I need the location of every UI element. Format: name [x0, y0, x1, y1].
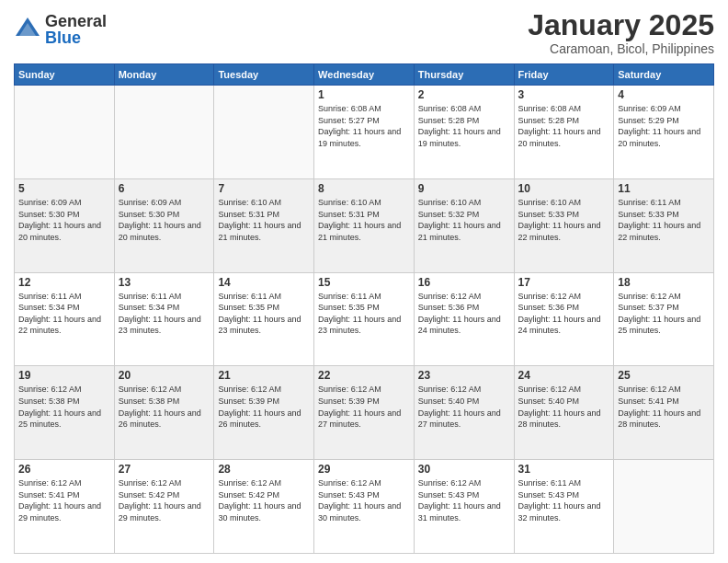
day-info: Sunrise: 6:12 AMSunset: 5:42 PMDaylight:… — [218, 477, 310, 523]
day-number: 2 — [418, 88, 510, 101]
day-info: Sunrise: 6:12 AMSunset: 5:42 PMDaylight:… — [119, 477, 210, 523]
calendar-cell: 31Sunrise: 6:11 AMSunset: 5:43 PMDayligh… — [514, 460, 614, 554]
day-number: 25 — [618, 369, 710, 382]
day-number: 12 — [18, 276, 110, 289]
day-info: Sunrise: 6:11 AMSunset: 5:33 PMDaylight:… — [618, 197, 710, 243]
calendar-header-thursday: Thursday — [414, 64, 514, 86]
calendar-week-row: 5Sunrise: 6:09 AMSunset: 5:30 PMDaylight… — [15, 178, 714, 272]
day-info: Sunrise: 6:08 AMSunset: 5:28 PMDaylight:… — [418, 103, 510, 149]
day-info: Sunrise: 6:12 AMSunset: 5:40 PMDaylight:… — [418, 384, 510, 430]
day-number: 1 — [318, 88, 410, 101]
calendar-cell: 21Sunrise: 6:12 AMSunset: 5:39 PMDayligh… — [214, 366, 314, 460]
calendar-header-sunday: Sunday — [15, 64, 115, 86]
day-info: Sunrise: 6:11 AMSunset: 5:34 PMDaylight:… — [18, 291, 110, 337]
day-info: Sunrise: 6:11 AMSunset: 5:35 PMDaylight:… — [218, 291, 310, 337]
day-info: Sunrise: 6:12 AMSunset: 5:43 PMDaylight:… — [318, 477, 410, 523]
logo-general: General — [45, 13, 107, 29]
calendar-cell: 30Sunrise: 6:12 AMSunset: 5:43 PMDayligh… — [414, 460, 514, 554]
day-info: Sunrise: 6:10 AMSunset: 5:32 PMDaylight:… — [418, 197, 510, 243]
day-number: 26 — [18, 463, 110, 476]
day-info: Sunrise: 6:12 AMSunset: 5:36 PMDaylight:… — [518, 291, 610, 337]
calendar-week-row: 1Sunrise: 6:08 AMSunset: 5:27 PMDaylight… — [15, 86, 714, 179]
calendar-cell: 2Sunrise: 6:08 AMSunset: 5:28 PMDaylight… — [414, 86, 514, 179]
calendar-cell: 10Sunrise: 6:10 AMSunset: 5:33 PMDayligh… — [514, 178, 614, 272]
calendar-cell: 8Sunrise: 6:10 AMSunset: 5:31 PMDaylight… — [314, 178, 415, 272]
calendar-cell: 22Sunrise: 6:12 AMSunset: 5:39 PMDayligh… — [314, 366, 415, 460]
calendar-cell: 20Sunrise: 6:12 AMSunset: 5:38 PMDayligh… — [114, 366, 214, 460]
day-info: Sunrise: 6:11 AMSunset: 5:43 PMDaylight:… — [518, 477, 610, 523]
day-info: Sunrise: 6:08 AMSunset: 5:28 PMDaylight:… — [518, 103, 610, 149]
day-info: Sunrise: 6:09 AMSunset: 5:30 PMDaylight:… — [18, 197, 110, 243]
day-info: Sunrise: 6:12 AMSunset: 5:40 PMDaylight:… — [518, 384, 610, 430]
day-number: 13 — [119, 276, 210, 289]
calendar-cell: 19Sunrise: 6:12 AMSunset: 5:38 PMDayligh… — [15, 366, 115, 460]
day-number: 17 — [518, 276, 610, 289]
day-number: 20 — [119, 369, 210, 382]
day-info: Sunrise: 6:09 AMSunset: 5:30 PMDaylight:… — [119, 197, 210, 243]
month-title: January 2025 — [528, 9, 714, 41]
day-number: 3 — [518, 88, 610, 101]
page: General Blue January 2025 Caramoan, Bico… — [0, 0, 728, 563]
day-info: Sunrise: 6:12 AMSunset: 5:43 PMDaylight:… — [418, 477, 510, 523]
day-number: 31 — [518, 463, 610, 476]
calendar-cell: 7Sunrise: 6:10 AMSunset: 5:31 PMDaylight… — [214, 178, 314, 272]
day-info: Sunrise: 6:12 AMSunset: 5:41 PMDaylight:… — [18, 477, 110, 523]
day-number: 10 — [518, 182, 610, 195]
calendar-cell: 25Sunrise: 6:12 AMSunset: 5:41 PMDayligh… — [614, 366, 714, 460]
calendar-cell: 6Sunrise: 6:09 AMSunset: 5:30 PMDaylight… — [114, 178, 214, 272]
calendar-header-monday: Monday — [114, 64, 214, 86]
day-number: 8 — [318, 182, 410, 195]
day-number: 9 — [418, 182, 510, 195]
calendar-cell: 4Sunrise: 6:09 AMSunset: 5:29 PMDaylight… — [614, 86, 714, 179]
day-info: Sunrise: 6:10 AMSunset: 5:33 PMDaylight:… — [518, 197, 610, 243]
day-info: Sunrise: 6:12 AMSunset: 5:36 PMDaylight:… — [418, 291, 510, 337]
day-number: 28 — [218, 463, 310, 476]
calendar-cell: 17Sunrise: 6:12 AMSunset: 5:36 PMDayligh… — [514, 272, 614, 366]
calendar-header-wednesday: Wednesday — [314, 64, 415, 86]
calendar-cell — [114, 86, 214, 179]
day-info: Sunrise: 6:12 AMSunset: 5:37 PMDaylight:… — [618, 291, 710, 337]
day-number: 27 — [119, 463, 210, 476]
day-info: Sunrise: 6:08 AMSunset: 5:27 PMDaylight:… — [318, 103, 410, 149]
calendar-week-row: 26Sunrise: 6:12 AMSunset: 5:41 PMDayligh… — [15, 460, 714, 554]
day-number: 5 — [18, 182, 110, 195]
calendar-cell: 13Sunrise: 6:11 AMSunset: 5:34 PMDayligh… — [114, 272, 214, 366]
calendar-cell: 11Sunrise: 6:11 AMSunset: 5:33 PMDayligh… — [614, 178, 714, 272]
calendar-cell: 15Sunrise: 6:11 AMSunset: 5:35 PMDayligh… — [314, 272, 415, 366]
day-info: Sunrise: 6:12 AMSunset: 5:39 PMDaylight:… — [218, 384, 310, 430]
day-number: 6 — [119, 182, 210, 195]
calendar-cell — [214, 86, 314, 179]
day-number: 21 — [218, 369, 310, 382]
calendar-table: SundayMondayTuesdayWednesdayThursdayFrid… — [14, 63, 714, 554]
day-number: 18 — [618, 276, 710, 289]
calendar-cell: 28Sunrise: 6:12 AMSunset: 5:42 PMDayligh… — [214, 460, 314, 554]
calendar-cell: 24Sunrise: 6:12 AMSunset: 5:40 PMDayligh… — [514, 366, 614, 460]
title-block: January 2025 Caramoan, Bicol, Philippine… — [528, 9, 714, 56]
day-number: 23 — [418, 369, 510, 382]
day-info: Sunrise: 6:12 AMSunset: 5:38 PMDaylight:… — [119, 384, 210, 430]
location: Caramoan, Bicol, Philippines — [528, 41, 714, 56]
day-number: 7 — [218, 182, 310, 195]
day-number: 22 — [318, 369, 410, 382]
day-number: 16 — [418, 276, 510, 289]
day-number: 15 — [318, 276, 410, 289]
calendar-header-friday: Friday — [514, 64, 614, 86]
calendar-week-row: 12Sunrise: 6:11 AMSunset: 5:34 PMDayligh… — [15, 272, 714, 366]
calendar-cell: 23Sunrise: 6:12 AMSunset: 5:40 PMDayligh… — [414, 366, 514, 460]
day-info: Sunrise: 6:10 AMSunset: 5:31 PMDaylight:… — [318, 197, 410, 243]
calendar-cell: 9Sunrise: 6:10 AMSunset: 5:32 PMDaylight… — [414, 178, 514, 272]
logo: General Blue — [14, 13, 107, 46]
header: General Blue January 2025 Caramoan, Bico… — [14, 9, 714, 56]
calendar-cell — [15, 86, 115, 179]
calendar-header-row: SundayMondayTuesdayWednesdayThursdayFrid… — [15, 64, 714, 86]
day-info: Sunrise: 6:12 AMSunset: 5:39 PMDaylight:… — [318, 384, 410, 430]
calendar-cell: 12Sunrise: 6:11 AMSunset: 5:34 PMDayligh… — [15, 272, 115, 366]
day-info: Sunrise: 6:11 AMSunset: 5:34 PMDaylight:… — [119, 291, 210, 337]
logo-text: General Blue — [45, 13, 107, 46]
calendar-cell: 18Sunrise: 6:12 AMSunset: 5:37 PMDayligh… — [614, 272, 714, 366]
day-number: 19 — [18, 369, 110, 382]
day-number: 4 — [618, 88, 710, 101]
day-info: Sunrise: 6:12 AMSunset: 5:41 PMDaylight:… — [618, 384, 710, 430]
day-info: Sunrise: 6:12 AMSunset: 5:38 PMDaylight:… — [18, 384, 110, 430]
day-number: 11 — [618, 182, 710, 195]
